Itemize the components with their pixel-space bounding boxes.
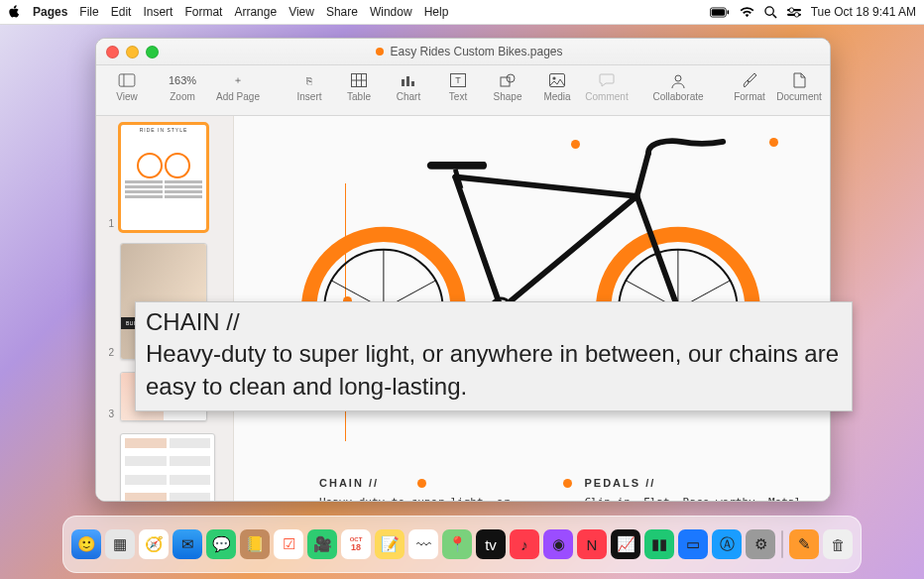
svg-point-21: [507, 74, 515, 82]
dock-settings[interactable]: ⚙︎: [746, 529, 775, 559]
dock-podcasts[interactable]: ◉: [543, 529, 573, 559]
address-book-icon: 📒: [246, 535, 265, 553]
toolbar-document[interactable]: Document: [776, 69, 822, 102]
thumbnail-4-preview[interactable]: [120, 433, 215, 501]
svg-rect-9: [119, 74, 135, 86]
svg-rect-17: [411, 81, 414, 86]
menubar-clock[interactable]: Tue Oct 18 9:41 AM: [811, 5, 916, 19]
envelope-icon: ✉︎: [181, 535, 194, 553]
document-edited-dot-icon: [376, 48, 384, 56]
svg-text:T: T: [455, 75, 461, 85]
window-titlebar[interactable]: Easy Rides Custom Bikes.pages: [96, 39, 830, 65]
toolbar-view[interactable]: View: [104, 69, 150, 102]
dock-keynote[interactable]: ▭: [678, 529, 708, 559]
menu-help[interactable]: Help: [424, 5, 449, 19]
menu-arrange[interactable]: Arrange: [234, 5, 277, 19]
thumbnail-1[interactable]: 1 RIDE IN STYLE: [106, 124, 223, 231]
toolbar-text[interactable]: T Text: [435, 69, 481, 102]
dock-tv[interactable]: tv: [476, 529, 506, 559]
compass-icon: 🧭: [145, 535, 164, 553]
toolbar-format[interactable]: Format: [727, 69, 772, 102]
toolbar-collaborate[interactable]: Collaborate: [655, 69, 701, 102]
dock-facetime[interactable]: 🎥: [307, 529, 337, 559]
hover-text-body: Heavy-duty to super light, or anywhere i…: [146, 338, 842, 403]
dock-launchpad[interactable]: ▦: [105, 529, 135, 559]
menu-app-name[interactable]: Pages: [33, 5, 67, 19]
dock-maps[interactable]: 📍: [442, 529, 472, 559]
callout-dot-chain-icon: [417, 479, 426, 488]
toolbar-insert[interactable]: ⎘ Insert: [287, 69, 332, 102]
toolbar-chart[interactable]: Chart: [386, 69, 431, 102]
menu-insert[interactable]: Insert: [143, 5, 173, 19]
section-chain-body: Heavy-duty to super light, or anywhere i…: [319, 495, 545, 501]
dock-news[interactable]: N: [577, 529, 607, 559]
text-columns: CHAIN // Heavy-duty to super light, or a…: [256, 477, 810, 501]
fullscreen-button[interactable]: [146, 46, 159, 58]
toolbar-format-label: Format: [734, 91, 765, 102]
menu-file[interactable]: File: [79, 5, 98, 19]
spotlight-icon[interactable]: [764, 6, 777, 19]
dock-music[interactable]: ♪: [510, 529, 539, 559]
map-pin-icon: 📍: [448, 535, 467, 553]
menu-window[interactable]: Window: [370, 5, 412, 19]
podium-icon: ▭: [686, 535, 700, 553]
toolbar-media[interactable]: Media: [534, 69, 580, 102]
dock-safari[interactable]: 🧭: [139, 529, 169, 559]
svg-rect-2: [727, 10, 729, 14]
dock-finder[interactable]: 🙂: [71, 529, 101, 559]
chart-icon: [400, 71, 417, 89]
dock-messages[interactable]: 💬: [206, 529, 236, 559]
battery-icon[interactable]: [710, 7, 730, 18]
grid-icon: ▦: [113, 535, 127, 553]
menu-share[interactable]: Share: [326, 5, 358, 19]
dock: 🙂 ▦ 🧭 ✉︎ 💬 📒 ☑︎ 🎥 OCT 18 📝 〰︎ 📍 tv ♪ ◉ N…: [62, 516, 862, 573]
menu-view[interactable]: View: [289, 5, 314, 19]
stocks-icon: 📈: [617, 535, 635, 553]
menubar-left: Pages File Edit Insert Format Arrange Vi…: [8, 5, 448, 19]
textbox-icon: T: [449, 71, 467, 89]
minimize-button[interactable]: [126, 46, 139, 58]
control-center-icon[interactable]: [787, 7, 801, 18]
dock-calendar[interactable]: OCT 18: [341, 529, 371, 559]
toolbar-chart-label: Chart: [397, 91, 420, 102]
calendar-day: 18: [351, 542, 361, 552]
dock-pages[interactable]: ✎: [789, 529, 819, 559]
svg-point-24: [675, 75, 681, 81]
dock-reminders[interactable]: ☑︎: [274, 529, 303, 559]
apple-menu-icon[interactable]: [8, 5, 21, 19]
dock-trash[interactable]: 🗑︎: [823, 529, 853, 559]
toolbar-shape[interactable]: Shape: [485, 69, 530, 102]
close-button[interactable]: [106, 46, 119, 58]
toolbar-text-label: Text: [449, 91, 467, 102]
dock-notes[interactable]: 📝: [375, 529, 404, 559]
document-icon: [790, 71, 808, 89]
comment-icon: [598, 71, 616, 89]
speech-bubble-icon: 💬: [212, 535, 231, 553]
window-title-text: Easy Rides Custom Bikes.pages: [390, 45, 562, 58]
hover-text-preview: CHAIN // Heavy-duty to super light, or a…: [135, 301, 853, 411]
dock-numbers[interactable]: ▮▮: [644, 529, 674, 559]
svg-point-23: [552, 76, 555, 79]
dock-contacts[interactable]: 📒: [240, 529, 270, 559]
thumbnail-1-preview[interactable]: RIDE IN STYLE: [120, 124, 207, 231]
dock-stocks[interactable]: 📈: [611, 529, 640, 559]
section-pedals-title: PEDALS //: [585, 477, 811, 489]
toolbar-zoom[interactable]: 163% Zoom: [154, 69, 211, 102]
thumbnail-1-textstrip-icon: [121, 178, 206, 200]
dock-freeform[interactable]: 〰︎: [408, 529, 438, 559]
thumbnail-4[interactable]: 4: [106, 433, 223, 501]
svg-line-45: [636, 196, 677, 309]
svg-line-46: [636, 153, 648, 195]
svg-rect-16: [406, 76, 409, 86]
menu-format[interactable]: Format: [184, 5, 222, 19]
thumbnail-4-number: 4: [106, 500, 114, 501]
toolbar-table[interactable]: Table: [336, 69, 382, 102]
menu-edit[interactable]: Edit: [111, 5, 132, 19]
wifi-icon[interactable]: [740, 7, 754, 18]
paintbrush-icon: [741, 71, 758, 89]
toolbar-add-page[interactable]: ＋ Add Page: [215, 69, 261, 102]
dock-appstore[interactable]: Ⓐ: [712, 529, 742, 559]
insert-icon: ⎘: [300, 71, 318, 89]
dock-mail[interactable]: ✉︎: [173, 529, 202, 559]
toolbar-collaborate-label: Collaborate: [652, 91, 703, 102]
